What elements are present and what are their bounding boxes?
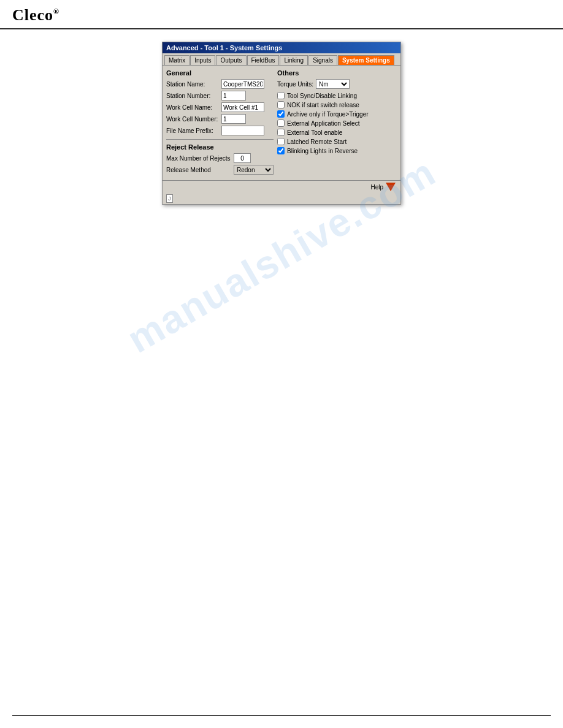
bottom-icon-bar: J [163,193,400,204]
work-cell-number-label: Work Cell Number: [166,116,221,123]
external-tool-row: External Tool enable [277,129,397,136]
tool-sync-label: Tool Sync/Disable Linking [287,93,357,99]
tool-sync-row: Tool Sync/Disable Linking [277,92,397,99]
external-app-checkbox[interactable] [277,119,285,127]
external-tool-label: External Tool enable [287,129,342,136]
others-section-title: Others [277,69,397,77]
external-tool-checkbox[interactable] [277,129,285,136]
tab-system-settings[interactable]: System Settings [338,55,394,65]
latched-remote-checkbox[interactable] [277,138,285,145]
archive-only-checkbox[interactable] [277,110,285,118]
max-rejects-label: Max Number of Rejects [166,155,234,162]
work-cell-number-row: Work Cell Number: [166,114,274,124]
page-header: Cleco® [0,0,563,29]
max-rejects-input[interactable] [234,153,251,163]
work-cell-number-input[interactable] [221,114,246,124]
left-panel: General Station Name: Station Number: Wo… [166,69,274,176]
latched-remote-row: Latched Remote Start [277,138,397,145]
reject-release-title: Reject Release [166,143,274,151]
nok-start-checkbox[interactable] [277,101,285,108]
file-name-prefix-row: File Name Prefix: [166,126,274,135]
work-cell-name-input[interactable] [221,102,264,112]
work-cell-name-row: Work Cell Name: [166,102,274,112]
tab-matrix[interactable]: Matrix [164,55,190,65]
general-section-title: General [166,69,274,77]
station-number-input[interactable] [221,91,246,100]
dialog-title: Advanced - Tool 1 - System Settings [166,44,282,51]
tab-bar: Matrix Inputs Outputs FieldBus Linking S… [163,53,400,66]
station-name-label: Station Name: [166,81,221,88]
java-icon: J [166,194,173,203]
dialog-body: General Station Name: Station Number: Wo… [163,66,400,180]
tab-linking[interactable]: Linking [280,55,308,65]
tab-fieldbus[interactable]: FieldBus [247,55,280,65]
max-rejects-row: Max Number of Rejects [166,153,274,163]
reject-release-section: Reject Release Max Number of Rejects Rel… [166,143,274,175]
dialog-window: Advanced - Tool 1 - System Settings Matr… [162,42,401,205]
file-name-prefix-input[interactable] [221,126,264,135]
tab-signals[interactable]: Signals [308,55,337,65]
file-name-prefix-label: File Name Prefix: [166,127,221,134]
page-footer [12,715,551,716]
station-name-row: Station Name: [166,79,274,89]
torque-units-label: Torque Units: [277,81,313,88]
tool-sync-checkbox[interactable] [277,92,285,99]
main-content: Advanced - Tool 1 - System Settings Matr… [0,29,563,217]
nok-start-row: NOK if start switch release [277,101,397,108]
company-logo: Cleco® [12,6,59,24]
external-app-label: External Application Select [287,120,359,127]
station-number-label: Station Number: [166,93,221,99]
title-bar: Advanced - Tool 1 - System Settings [163,42,400,53]
divider [166,139,274,140]
tab-inputs[interactable]: Inputs [190,55,215,65]
external-app-row: External Application Select [277,119,397,127]
blinking-lights-checkbox[interactable] [277,147,285,154]
blinking-lights-label: Blinking Lights in Reverse [287,148,358,154]
tab-outputs[interactable]: Outputs [216,55,246,65]
station-number-row: Station Number: [166,91,274,100]
help-label: Help [370,184,383,191]
dialog-footer: Help [163,180,400,193]
archive-only-label: Archive only if Torque>Trigger [287,111,369,118]
archive-only-row: Archive only if Torque>Trigger [277,110,397,118]
torque-units-select[interactable]: Nm [316,79,350,89]
nok-start-label: NOK if start switch release [287,102,359,108]
help-arrow-icon[interactable] [386,183,396,191]
blinking-lights-row: Blinking Lights in Reverse [277,147,397,154]
station-name-input[interactable] [221,79,264,89]
release-method-select[interactable]: Redon [234,165,274,175]
work-cell-name-label: Work Cell Name: [166,104,221,111]
release-method-label: Release Method [166,167,234,173]
right-panel: Others Torque Units: Nm Tool Sync/Disabl… [277,69,397,176]
torque-units-row: Torque Units: Nm [277,79,397,89]
release-method-row: Release Method Redon [166,165,274,175]
latched-remote-label: Latched Remote Start [287,138,347,145]
